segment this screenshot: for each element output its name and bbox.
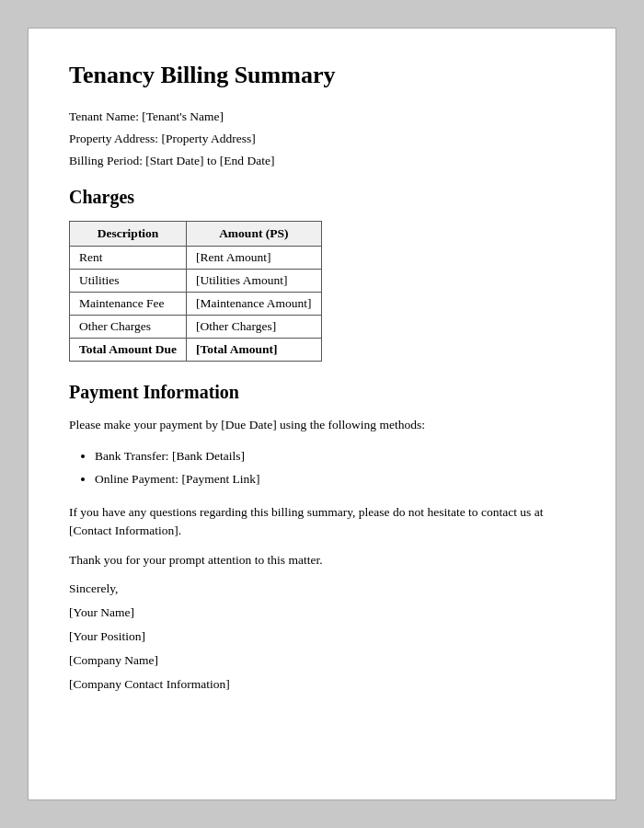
payment-text: Please make your payment by [Due Date] u… bbox=[69, 416, 575, 434]
your-position: [Your Position] bbox=[69, 629, 575, 644]
billing-period: Billing Period: [Start Date] to [End Dat… bbox=[69, 154, 575, 168]
tenant-name: Tenant Name: [Tenant's Name] bbox=[69, 109, 575, 124]
contact-text: If you have any questions regarding this… bbox=[69, 503, 575, 541]
table-row: Maintenance Fee[Maintenance Amount] bbox=[70, 293, 322, 316]
document-title: Tenancy Billing Summary bbox=[69, 62, 575, 89]
document-container: Tenancy Billing Summary Tenant Name: [Te… bbox=[28, 28, 616, 800]
sincerely: Sincerely, bbox=[69, 581, 575, 596]
list-item: Bank Transfer: [Bank Details] bbox=[95, 445, 575, 467]
payment-methods-list: Bank Transfer: [Bank Details]Online Paym… bbox=[95, 445, 575, 490]
company-name: [Company Name] bbox=[69, 653, 575, 668]
thank-you-text: Thank you for your prompt attention to t… bbox=[69, 551, 575, 569]
your-name: [Your Name] bbox=[69, 605, 575, 620]
table-row: Rent[Rent Amount] bbox=[70, 247, 322, 270]
charges-heading: Charges bbox=[69, 187, 575, 208]
col-description: Description bbox=[70, 222, 187, 247]
table-row: Other Charges[Other Charges] bbox=[70, 316, 322, 339]
total-row: Total Amount Due[Total Amount] bbox=[70, 339, 322, 362]
col-amount: Amount (PS) bbox=[187, 222, 322, 247]
list-item: Online Payment: [Payment Link] bbox=[95, 468, 575, 490]
company-contact: [Company Contact Information] bbox=[69, 677, 575, 692]
charges-table: Description Amount (PS) Rent[Rent Amount… bbox=[69, 221, 322, 362]
payment-heading: Payment Information bbox=[69, 382, 575, 403]
property-address: Property Address: [Property Address] bbox=[69, 132, 575, 146]
table-row: Utilities[Utilities Amount] bbox=[70, 270, 322, 293]
